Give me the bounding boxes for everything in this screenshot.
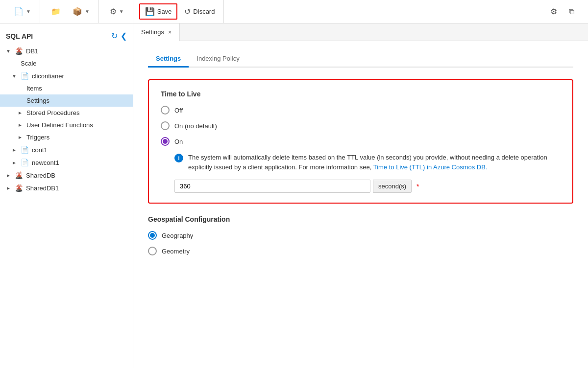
expand-icon-cont1: ► xyxy=(12,147,18,153)
ttl-on-no-default-radio[interactable] xyxy=(161,121,170,130)
sidebar-label-stored-procedures: Stored Procedures xyxy=(26,109,127,116)
ttl-input[interactable] xyxy=(174,180,370,193)
ttl-off-option[interactable]: Off xyxy=(161,106,561,115)
sidebar: SQL API ↻ ❮ ▼ 🌋 DB1 Scale ▼ 📄 clicontian… xyxy=(0,23,133,368)
sidebar-label-items: Items xyxy=(26,85,127,92)
ttl-section: Time to Live Off On (no default) On xyxy=(148,79,573,204)
sidebar-item-cont1[interactable]: ► 📄 cont1 xyxy=(0,143,133,156)
ttl-on-radio-fill xyxy=(163,139,168,144)
sidebar-item-triggers[interactable]: ► Triggers xyxy=(0,131,133,143)
sidebar-label-settings: Settings xyxy=(26,97,127,104)
sidebar-item-shareddb[interactable]: ► 🌋 SharedDB xyxy=(0,169,133,182)
tab-settings[interactable]: Settings × xyxy=(133,23,180,41)
container-icon: 📦 xyxy=(73,7,82,16)
external-link-icon: ⧉ xyxy=(569,7,574,16)
sidebar-title: SQL API xyxy=(6,32,33,40)
sidebar-label-newcont1: newcont1 xyxy=(32,159,127,166)
content-area: Settings × Settings Indexing Policy Time… xyxy=(133,23,588,368)
geo-geography-option[interactable]: Geography xyxy=(148,231,573,240)
sidebar-actions: ↻ ❮ xyxy=(111,31,127,41)
sidebar-item-settings[interactable]: Settings xyxy=(0,94,133,107)
toolbar-group-open: 📁 📦 ▼ xyxy=(42,0,99,23)
expand-icon-newcont1: ► xyxy=(12,160,18,165)
open-button[interactable]: 📁 xyxy=(46,4,66,19)
ttl-on-radio[interactable] xyxy=(161,137,170,146)
sidebar-item-scale[interactable]: Scale xyxy=(0,57,133,69)
ttl-off-radio[interactable] xyxy=(161,106,170,115)
toolbar-group-settings: ⚙ ▼ xyxy=(101,0,133,23)
expand-icon-shareddb1: ► xyxy=(6,185,12,191)
container-icon-clicontianer: 📄 xyxy=(21,72,29,80)
sidebar-item-shareddb1[interactable]: ► 🌋 SharedDB1 xyxy=(0,182,133,194)
folder-icon: 📁 xyxy=(51,7,61,16)
tab-settings-sub[interactable]: Settings xyxy=(148,51,189,68)
settings-button[interactable]: ⚙ ▼ xyxy=(105,4,129,19)
db-icon-shareddb: 🌋 xyxy=(15,171,23,179)
sidebar-item-clicontianer[interactable]: ▼ 📄 clicontianer xyxy=(0,69,133,82)
expand-icon-clicontianer: ▼ xyxy=(12,73,18,79)
settings-subtabs: Settings Indexing Policy xyxy=(148,51,573,68)
ttl-off-label: Off xyxy=(174,107,183,114)
db-icon-db1: 🌋 xyxy=(15,47,23,55)
refresh-button[interactable]: ↻ xyxy=(111,31,118,41)
chevron-down-icon: ▼ xyxy=(26,9,31,14)
tab-settings-label: Settings xyxy=(141,28,164,36)
ttl-info-text: The system will automatically delete ite… xyxy=(188,153,561,172)
sidebar-label-scale: Scale xyxy=(21,60,127,67)
collapse-button[interactable]: ❮ xyxy=(121,31,127,41)
document-icon: 📄 xyxy=(14,7,24,16)
container-icon-newcont1: 📄 xyxy=(21,159,29,166)
sidebar-item-items[interactable]: Items xyxy=(0,82,133,94)
geo-geometry-option[interactable]: Geometry xyxy=(148,247,573,255)
gear-icon-right: ⚙ xyxy=(550,7,557,16)
ttl-info-link[interactable]: Time to Live (TTL) in Azure Cosmos DB. xyxy=(373,163,488,171)
settings-gear-button[interactable]: ⚙ xyxy=(545,4,562,19)
expand-icon-stored-proc: ► xyxy=(18,110,24,115)
toolbar-group-right: ⚙ ⧉ xyxy=(541,0,583,23)
sidebar-item-newcont1[interactable]: ► 📄 newcont1 xyxy=(0,156,133,169)
expand-icon-db1: ▼ xyxy=(6,48,12,54)
save-icon: 💾 xyxy=(145,7,155,16)
ttl-required-marker: * xyxy=(416,183,419,190)
discard-icon: ↺ xyxy=(184,7,191,16)
ttl-on-no-default-option[interactable]: On (no default) xyxy=(161,121,561,130)
info-icon: i xyxy=(174,154,183,162)
expand-icon-triggers: ► xyxy=(18,135,24,140)
geo-geography-radio[interactable] xyxy=(148,231,157,240)
tab-close-button[interactable]: × xyxy=(168,29,172,36)
external-link-button[interactable]: ⧉ xyxy=(564,5,579,19)
chevron-down-icon-3: ▼ xyxy=(119,9,124,14)
geospatial-section: Geospatial Configuration Geography Geome… xyxy=(148,215,573,255)
sidebar-label-shareddb1: SharedDB1 xyxy=(26,184,127,192)
geo-geography-radio-fill xyxy=(150,233,155,238)
discard-button[interactable]: ↺ Discard xyxy=(179,4,220,19)
ttl-unit-label: second(s) xyxy=(373,180,412,193)
toolbar-group-create: 📄 ▼ xyxy=(5,0,40,23)
expand-icon-udf: ► xyxy=(18,122,24,128)
new-container-button[interactable]: 📦 ▼ xyxy=(68,4,95,19)
tab-indexing-policy[interactable]: Indexing Policy xyxy=(189,51,247,68)
geo-geography-label: Geography xyxy=(162,232,193,239)
geo-geometry-label: Geometry xyxy=(162,248,190,255)
sidebar-label-udf: User Defined Functions xyxy=(26,121,127,129)
geospatial-title: Geospatial Configuration xyxy=(148,215,573,223)
sidebar-item-stored-procedures[interactable]: ► Stored Procedures xyxy=(0,107,133,119)
sidebar-header: SQL API ↻ ❮ xyxy=(0,27,133,45)
gear-icon: ⚙ xyxy=(110,7,117,16)
db-icon-shareddb1: 🌋 xyxy=(15,184,23,192)
sidebar-item-udf[interactable]: ► User Defined Functions xyxy=(0,119,133,131)
sidebar-item-db1[interactable]: ▼ 🌋 DB1 xyxy=(0,45,133,57)
ttl-on-no-default-label: On (no default) xyxy=(174,122,217,130)
save-button[interactable]: 💾 Save xyxy=(139,3,178,20)
ttl-title: Time to Live xyxy=(161,90,561,98)
new-item-button[interactable]: 📄 ▼ xyxy=(9,4,36,19)
ttl-info-box: i The system will automatically delete i… xyxy=(174,153,561,172)
ttl-input-row: second(s) * xyxy=(174,180,561,193)
sidebar-label-db1: DB1 xyxy=(26,47,127,55)
ttl-on-label: On xyxy=(174,138,183,145)
ttl-on-option[interactable]: On xyxy=(161,137,561,146)
expand-icon-shareddb: ► xyxy=(6,173,12,178)
sidebar-label-clicontianer: clicontianer xyxy=(32,72,127,80)
geo-geometry-radio[interactable] xyxy=(148,247,157,255)
sidebar-label-shareddb: SharedDB xyxy=(26,172,127,179)
